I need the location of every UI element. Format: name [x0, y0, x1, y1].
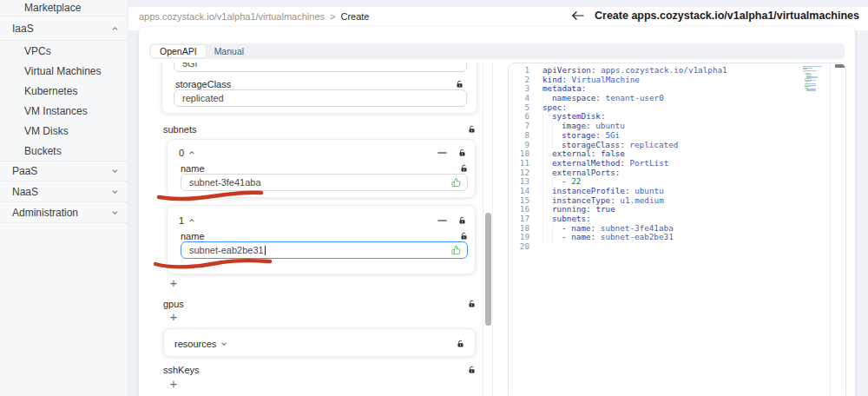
chevron-down-icon	[111, 188, 119, 195]
sidebar-item-label: IaaS	[12, 23, 34, 35]
sidebar-item-label: Marketplace	[24, 2, 81, 14]
page-header: Create apps.cozystack.io/v1alpha1/virtua…	[571, 10, 859, 22]
sidebar-item-vm-disks[interactable]: VM Disks	[0, 121, 128, 141]
thumbs-up-icon	[451, 178, 461, 188]
back-button[interactable]	[571, 10, 584, 21]
sidebar-item-naas[interactable]: NaaS	[0, 182, 128, 202]
resources-label: resources	[174, 339, 216, 349]
storage-input-value: 5Gi	[182, 63, 197, 69]
lock-icon[interactable]	[457, 340, 464, 348]
back-arrow-icon	[571, 10, 584, 21]
chevron-down-icon	[220, 340, 227, 347]
sidebar-item-label: Kubernetes	[24, 85, 77, 97]
breadcrumb-current: Create	[340, 11, 369, 22]
sidebar-item-label: Buckets	[24, 145, 62, 157]
subnet-name-label: name	[181, 231, 205, 241]
form-scrollbar	[483, 63, 493, 396]
lock-icon[interactable]	[458, 148, 466, 157]
sidebar-nav: MarketplaceIaaSVPCsVirtual MachinesKuber…	[0, 0, 128, 396]
openapi-form: 5Gi storageClass replicated subnets	[149, 63, 483, 396]
sidebar-item-virtual-machines[interactable]: Virtual Machines	[0, 61, 128, 81]
subnet-item-card-1: 1 name	[167, 205, 476, 274]
sidebar-item-vm-instances[interactable]: VM Instances	[0, 101, 128, 121]
sidebar-item-administration[interactable]: Administration	[0, 202, 128, 223]
tab-openapi[interactable]: OpenAPI	[151, 45, 206, 57]
sidebar-item-label: Virtual Machines	[24, 65, 102, 77]
chevron-up-icon	[188, 149, 195, 156]
breadcrumb-resource-link[interactable]: apps.cozystack.io/v1alpha1/virtualmachin…	[139, 11, 325, 22]
subnet-item-0-toggle[interactable]: 0	[179, 148, 195, 158]
gpus-label: gpus	[163, 299, 184, 309]
minimap-slider[interactable]	[835, 64, 845, 68]
subnet-item-card-0: 0 name	[167, 139, 476, 198]
remove-item-button[interactable]	[437, 148, 447, 157]
subnet-item-1-index: 1	[179, 215, 184, 226]
thumbs-up-icon	[451, 246, 461, 255]
cozystack-dashboard: MarketplaceIaaSVPCsVirtual MachinesKuber…	[0, 0, 868, 396]
resources-toggle[interactable]: resources	[174, 339, 227, 349]
subnet-name-input-0[interactable]: subnet-3fe41aba	[181, 174, 468, 191]
sidebar-item-label: VM Disks	[24, 125, 69, 137]
lock-icon[interactable]	[458, 216, 466, 225]
sidebar-item-paas[interactable]: PaaS	[0, 161, 128, 182]
chevron-down-icon	[111, 208, 119, 216]
code-line: 20	[509, 242, 845, 252]
sidebar-menu: MarketplaceIaaSVPCsVirtual MachinesKuber…	[0, 0, 128, 223]
lock-icon[interactable]	[460, 232, 468, 241]
subnet-name-value-1: subnet-eab2be31	[189, 245, 264, 255]
sidebar-item-vpcs[interactable]: VPCs	[0, 41, 128, 61]
sidebar-item-label: VM Instances	[24, 105, 88, 117]
breadcrumb: apps.cozystack.io/v1alpha1/virtualmachin…	[139, 11, 369, 22]
storageclass-input[interactable]: replicated	[174, 89, 467, 107]
code-line: 19- name: subnet-eab2be31	[509, 233, 845, 242]
lock-icon[interactable]	[460, 164, 468, 173]
sidebar-item-kubernetes[interactable]: Kubernetes	[0, 81, 128, 101]
add-subnet-button[interactable]: +	[167, 276, 181, 290]
lock-icon[interactable]	[456, 80, 464, 89]
code-line: 6systemDisk:	[509, 112, 845, 122]
lock-icon[interactable]	[468, 300, 476, 308]
storageclass-label: storageClass	[175, 79, 231, 89]
chevron-up-icon	[111, 24, 119, 32]
sidebar-item-label: Administration	[12, 207, 78, 219]
tab-manual[interactable]: Manual	[206, 45, 253, 57]
storageclass-input-value: replicated	[182, 93, 224, 103]
subnet-name-input-1[interactable]: subnet-eab2be31	[181, 241, 468, 259]
chevron-down-icon	[111, 168, 119, 175]
remove-item-button[interactable]	[437, 216, 447, 225]
sidebar-item-label: NaaS	[12, 186, 38, 198]
sshkeys-label: sshKeys	[163, 365, 200, 375]
form-scrollbar-thumb[interactable]	[485, 213, 491, 326]
page-title: Create apps.cozystack.io/v1alpha1/virtua…	[595, 10, 859, 22]
editor-mode-tabs: OpenAPI Manual	[149, 43, 845, 59]
lock-icon[interactable]	[468, 366, 476, 374]
add-gpu-button[interactable]: +	[167, 310, 181, 324]
code-lines: 1apiVersion: apps.cozystack.io/v1alpha12…	[509, 66, 845, 252]
sidebar-item-label: PaaS	[12, 165, 37, 177]
sidebar-item-iaas[interactable]: IaaS	[0, 16, 128, 41]
subnet-name-label: name	[181, 163, 205, 174]
storage-input[interactable]: 5Gi	[174, 63, 467, 72]
subnet-item-1-toggle[interactable]: 1	[179, 215, 195, 226]
minus-icon	[437, 148, 447, 157]
code-line: 18- name: subnet-3fe41aba	[509, 224, 845, 234]
lock-icon[interactable]	[468, 125, 476, 134]
minimap[interactable]	[803, 66, 829, 118]
breadcrumb-separator: >	[330, 11, 335, 22]
minus-icon	[437, 216, 447, 225]
subnet-name-value-0: subnet-3fe41aba	[189, 177, 261, 188]
add-sshkey-button[interactable]: +	[167, 377, 181, 391]
sidebar-item-label: VPCs	[24, 45, 51, 57]
chevron-up-icon	[188, 217, 195, 224]
yaml-editor[interactable]: 1apiVersion: apps.cozystack.io/v1alpha12…	[508, 63, 846, 396]
subnet-item-0-index: 0	[179, 148, 184, 158]
code-line: 17subnets:	[509, 214, 845, 224]
subnets-label: subnets	[163, 124, 197, 135]
text-caret	[265, 246, 266, 255]
minimap-separator	[830, 63, 831, 396]
sidebar-item-buckets[interactable]: Buckets	[0, 141, 128, 161]
sidebar-item-marketplace[interactable]: Marketplace	[0, 0, 128, 16]
code-line: 7image: ubuntu	[509, 122, 845, 131]
code-line: 12externalPorts:	[509, 168, 845, 178]
create-form-panel: OpenAPI Manual 5Gi storageClass replicat…	[139, 27, 855, 396]
